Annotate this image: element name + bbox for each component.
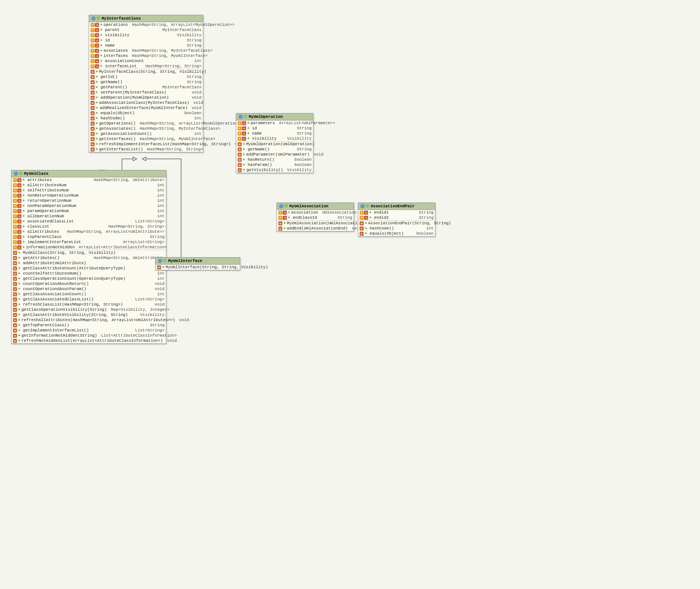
table-row: f🔒 + visibility Visibility [236,136,313,141]
table-row: f🔒 + parameters ArrayList<UmlParameter> [236,120,313,126]
table-row: m + refreshAllAttributes(HashMap<String,… [11,317,166,323]
field-type: String [297,126,312,130]
table-row: f🔒 + associationCount int [89,58,203,64]
method-name: getAttributes() [23,256,90,260]
myumloperation-box: MyUmlOperation f🔒 + parameters ArrayList… [236,113,313,173]
table-row: m + getId() String [89,74,203,79]
vis-icon: + [100,23,102,27]
method-name: refreshAllAttributes(HashMap<String, Arr… [21,318,175,322]
field-name: topParentClass [27,235,146,239]
field-icon: f [13,183,17,187]
vis-icon: + [18,266,22,270]
myumlclass-methods: m + MyUmlClass(String, String, Visibilit… [11,250,166,344]
method-icon: m [91,75,95,79]
vis-icon: + [100,54,102,58]
lock-icon: 🔒 [95,54,99,58]
method-icon: m [238,142,242,146]
lock-icon: 🔒 [17,194,21,198]
lock-icon: 🔒 [17,240,21,244]
table-row: f🔒 + name String [89,43,203,48]
method-name: getName() [248,147,293,151]
vis-icon: + [100,44,104,48]
lock-icon: 🔒 [95,49,99,53]
method-name: getClassAssociatedClassList() [23,297,131,302]
method-icon: m [13,318,17,322]
field-name: informationNotHidden [26,245,75,249]
method-icon: m [91,137,95,141]
vis-icon: + [96,147,98,151]
vis-icon: + [247,126,251,130]
myumlclass-fields: f🔒 + attributes HashMap<String, UmlAttri… [11,177,166,250]
field-name: returnOperationNum [27,198,153,203]
table-row: f🔒 + implementInterfaceList ArrayList<St… [11,239,166,245]
table-row: m + MyUmlInterface(String, String, Visib… [156,265,240,270]
field-icon: f [238,126,242,130]
method-icon: m [238,163,242,167]
field-type: HashMap<String, MyInterfaceClass> [132,48,213,53]
vis-icon: + [23,245,25,249]
method-name: getClassAssociationCount() [23,292,153,296]
method-name: hashCode() [370,226,422,231]
method-icon: m [13,272,17,276]
method-type: void [179,318,189,322]
method-type: String [187,75,201,79]
table-row: m + getClassAssociatedClassList() List<S… [11,297,166,302]
field-icon: f [91,33,95,37]
lock-icon: 🔒 [95,23,99,27]
lock-icon: 🔒 [17,209,21,213]
table-row: m + getOperations() HashMap<String, Arra… [89,121,203,126]
method-type: Map<Visibility, Integer> [111,307,169,312]
method-icon: m [13,266,17,270]
associationendpair-header: AssociationEndPair [358,203,435,210]
method-icon: m [13,308,17,312]
method-icon: m [13,282,17,286]
field-name: nonReturnOperationNum [27,193,153,198]
myumloperation-title: MyUmlOperation [249,115,283,119]
method-name: getInterfaceList() [99,147,143,151]
method-name: MyUmlAssociation(UmlAssociation) [287,221,365,225]
field-name: parameters [251,121,275,125]
field-name: nonParamOperationNum [27,204,153,208]
method-icon: m [91,85,95,89]
table-row: f🔒 + association UmlAssociation [277,210,354,215]
method-type: Visibility [140,313,164,317]
method-type: void [193,101,203,105]
table-row: m + addOperation(MyUmlOperation) void [89,95,203,100]
lock-icon: 🔒 [95,28,99,32]
method-name: getAssociates() [99,126,136,131]
table-row: m + getInterfaces() HashMap<String, MyUm… [89,136,203,142]
table-row: f🔒 + associatedClassList List<String> [11,219,166,224]
myumlclass-header: MyUmlClass [11,170,166,177]
method-name: equals(Object) [370,231,412,236]
field-type: String [337,215,352,220]
table-row: f🔒 + selfAttributesNum int [11,188,166,193]
method-name: addAssociationClass(MyInterfaceClass) [99,101,189,105]
associationendpair-box: AssociationEndPair f🔒 + endid1 String f🔒… [358,202,435,237]
field-type: int [157,204,164,208]
table-row: m + addRealizedInterface(MyUmlInterface)… [89,105,203,110]
method-icon: m [91,101,95,105]
table-row: m + addEnd(UmlAssociationEnd) void [277,226,354,231]
field-name: interfaces [103,54,128,58]
table-row: f🔒 + classList HashMap<String, String> [11,224,166,229]
method-name: hasParam() [248,163,290,167]
field-type: HashMap<String, ArrayList<MyUmlOperation… [132,23,234,27]
lock-icon: 🔒 [242,126,246,130]
lock-icon: 🔒 [95,38,99,42]
field-name: selfAttributesNum [27,188,153,193]
vis-icon: + [23,225,26,229]
table-row: m + hashCode() int [89,116,203,121]
vis-icon: + [243,158,247,162]
vis-icon: + [247,137,251,141]
table-row: f🔒 + allOperationNum int [11,214,166,219]
method-icon: m [13,292,17,296]
vis-icon: + [243,147,247,151]
lock-icon: 🔒 [95,33,99,37]
vis-icon: + [96,75,99,79]
myumloperation-header: MyUmlOperation [236,113,313,120]
table-row: m + refreshImplementInterfaceList(HashMa… [89,142,203,147]
vis-icon: + [18,287,22,291]
associationendpair-methods: m + AssociationEndPair(String, String) m… [358,221,435,236]
field-type: String [419,215,434,220]
table-row: m + MyUmlClass(String, String, Visibilit… [11,250,166,255]
